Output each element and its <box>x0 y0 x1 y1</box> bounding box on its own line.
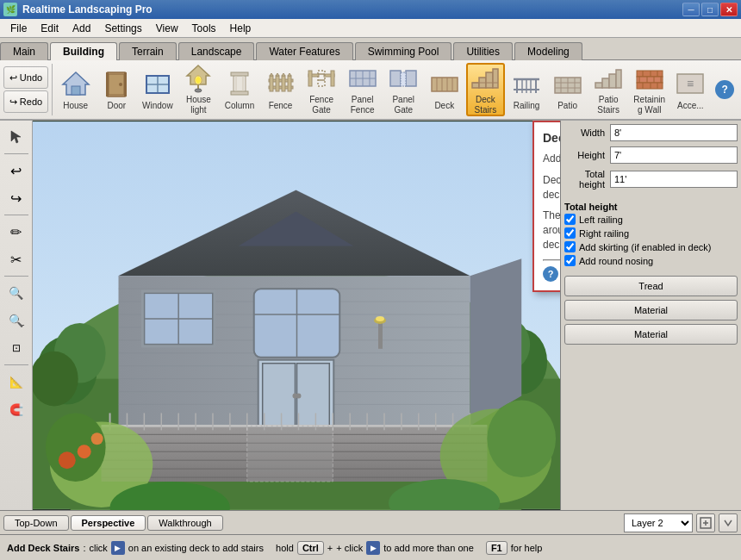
svg-rect-73 <box>637 71 663 77</box>
tool-fence-gate[interactable]: Fence Gate <box>302 63 341 116</box>
tool-window[interactable]: Window <box>138 63 177 116</box>
magnet-tool[interactable]: 🧲 <box>3 396 29 422</box>
select-tool[interactable] <box>3 124 29 150</box>
tool-accessories[interactable]: ≡ Acce... <box>670 63 710 116</box>
measure-tool[interactable]: 📐 <box>3 369 29 395</box>
help-button[interactable]: ? <box>715 80 734 99</box>
tab-terrain[interactable]: Terrain <box>119 42 177 60</box>
menu-help[interactable]: Help <box>223 21 258 36</box>
tool-retaining-wall[interactable]: Retaining Wall <box>630 63 669 116</box>
tool-panel-fence[interactable]: Panel Fence <box>343 63 383 116</box>
svg-rect-17 <box>231 72 248 76</box>
house-label: House <box>63 101 88 111</box>
redo-button[interactable]: ↪ Redo <box>3 90 48 113</box>
menu-tools[interactable]: Tools <box>185 21 223 36</box>
accessories-label: Acce... <box>677 101 704 111</box>
tab-water-features[interactable]: Water Features <box>256 42 352 60</box>
undo-label: Undo <box>20 72 42 83</box>
tab-building[interactable]: Building <box>50 42 117 60</box>
tool-railing[interactable]: Railing <box>507 63 546 116</box>
fit-tool[interactable]: ⊡ <box>3 335 29 361</box>
tooltip-text-2: Deck Stairs can only be added to decks c… <box>543 173 560 202</box>
menu-settings[interactable]: Settings <box>97 21 148 36</box>
material-button-1[interactable]: Material <box>564 300 738 320</box>
tool-patio[interactable]: Patio <box>548 63 588 116</box>
svg-point-163 <box>376 316 384 321</box>
status-arrow-2: ▶ <box>366 541 380 555</box>
close-button[interactable]: ✕ <box>720 3 738 16</box>
titlebar-left: 🌿 Realtime Landscaping Pro <box>3 3 153 16</box>
svg-rect-70 <box>602 78 609 88</box>
tab-utilities[interactable]: Utilities <box>453 42 513 60</box>
tab-swimming-pool[interactable]: Swimming Pool <box>355 42 452 60</box>
canvas-area[interactable]: Deck Stairs Add stairs to an existing de… <box>33 121 560 510</box>
view-tab-perspective[interactable]: Perspective <box>71 515 146 531</box>
tab-landscape[interactable]: Landscape <box>178 42 255 60</box>
right-panel: Width Height Total height Total height L… <box>560 121 741 510</box>
svg-rect-33 <box>308 71 312 86</box>
view-tab-topdown[interactable]: Top-Down <box>3 515 69 531</box>
menu-edit[interactable]: Edit <box>34 21 65 36</box>
fence-gate-icon <box>306 64 337 93</box>
svg-rect-46 <box>432 78 458 91</box>
column-icon <box>224 68 255 99</box>
status-instr-1: click <box>89 543 107 553</box>
redo-tool[interactable]: ↪ <box>3 185 29 211</box>
tool-door[interactable]: Door <box>97 63 137 116</box>
tool-deck[interactable]: Deck <box>425 63 464 116</box>
titlebar-controls[interactable]: ─ □ ✕ <box>682 3 738 16</box>
height-input[interactable] <box>610 146 738 164</box>
layer-dropdown[interactable]: Layer 2 <box>624 513 693 532</box>
nosing-label: Add round nosing <box>579 256 653 266</box>
undo-button[interactable]: ↩ Undo <box>3 66 48 89</box>
status-instr-5: for help <box>511 543 543 553</box>
tool-column[interactable]: Column <box>220 63 259 116</box>
svg-rect-34 <box>331 71 334 86</box>
view-tab-walkthrough[interactable]: Walkthrough <box>147 515 222 531</box>
svg-rect-23 <box>270 76 273 91</box>
window-icon <box>142 68 173 99</box>
tool-deck-stairs[interactable]: Deck Stairs <box>466 63 506 116</box>
material-button-2[interactable]: Material <box>564 324 738 345</box>
zoom-out-tool[interactable]: 🔍 - <box>3 308 29 333</box>
deck-label: Deck <box>434 101 454 111</box>
svg-point-157 <box>59 451 76 469</box>
tool-house[interactable]: House <box>56 63 96 116</box>
tooltip-help-link[interactable]: ? Click for more help. <box>543 266 560 282</box>
layer-icon-btn-2[interactable] <box>719 513 738 532</box>
tool-patio-stairs[interactable]: Patio Stairs <box>588 63 628 116</box>
tool-fence[interactable]: Fence <box>261 63 301 116</box>
tab-modeling[interactable]: Modeling <box>514 42 582 60</box>
minimize-button[interactable]: ─ <box>682 3 700 16</box>
skirting-checkbox[interactable] <box>564 241 576 252</box>
right-railing-checkbox[interactable] <box>564 227 576 239</box>
left-railing-checkbox[interactable] <box>564 214 576 225</box>
svg-rect-53 <box>486 72 493 88</box>
width-input[interactable] <box>610 124 738 141</box>
cut-tool[interactable]: ✂ <box>3 246 29 272</box>
total-height-input[interactable] <box>610 171 738 188</box>
layer-icon-btn-1[interactable] <box>696 513 715 532</box>
panel-gate-label: Panel Gate <box>386 95 420 115</box>
tooltip-title: Deck Stairs <box>543 131 560 145</box>
nosing-checkbox[interactable] <box>564 255 576 266</box>
svg-rect-161 <box>378 323 383 349</box>
maximize-button[interactable]: □ <box>701 3 719 16</box>
main-area: ↩ ↪ ✏ ✂ 🔍 🔍 - ⊡ 📐 🧲 <box>0 121 741 510</box>
menu-file[interactable]: File <box>3 21 34 36</box>
undo-tool[interactable]: ↩ <box>3 158 29 184</box>
tab-main[interactable]: Main <box>0 42 48 60</box>
railing-label: Railing <box>514 101 540 111</box>
tool-house-light[interactable]: House light <box>179 63 219 116</box>
svg-rect-5 <box>106 72 109 96</box>
checkbox-nosing: Add round nosing <box>564 255 738 266</box>
retaining-wall-label: Retaining Wall <box>632 95 667 115</box>
app-icon: 🌿 <box>3 3 17 16</box>
svg-rect-43 <box>390 71 401 86</box>
zoom-in-tool[interactable]: 🔍 <box>3 280 29 306</box>
tread-button[interactable]: Tread <box>564 276 738 296</box>
menu-add[interactable]: Add <box>65 21 97 36</box>
menu-view[interactable]: View <box>149 21 185 36</box>
edit-tool[interactable]: ✏ <box>3 219 29 245</box>
tool-panel-gate[interactable]: Panel Gate <box>383 63 423 116</box>
